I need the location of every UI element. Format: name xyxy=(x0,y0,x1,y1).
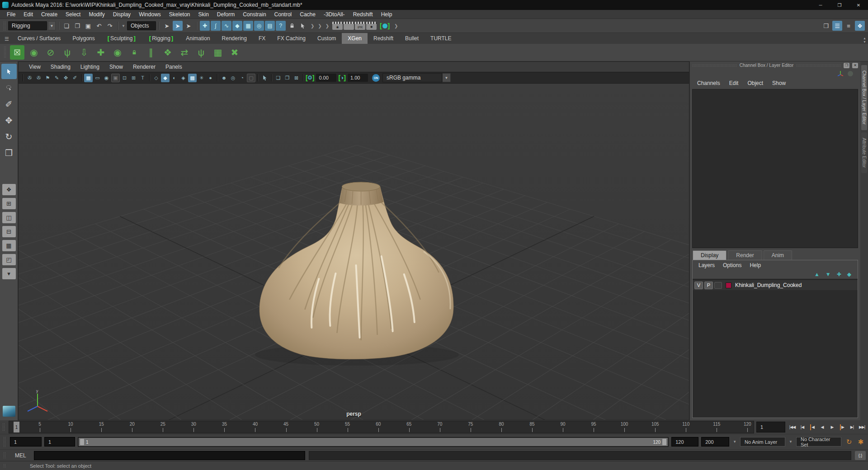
step-back-key-button[interactable]: ◀ xyxy=(807,422,817,432)
lasso-tool[interactable] xyxy=(1,80,17,95)
shadows-icon[interactable]: ● xyxy=(206,74,215,82)
layout-persp-graph-button[interactable]: ⊟ xyxy=(2,226,16,237)
isolate-select-icon[interactable]: ❏ xyxy=(274,74,283,82)
shelf-tab-fx-caching[interactable]: FX Caching xyxy=(271,33,311,44)
channel-box-menu-object[interactable]: Object xyxy=(743,80,768,86)
select-by-component-icon[interactable]: ➤ xyxy=(184,21,193,31)
minimize-button[interactable]: ─ xyxy=(811,0,830,10)
field-chart-icon[interactable]: ⊡ xyxy=(120,74,129,82)
shelf-tab-fx[interactable]: FX xyxy=(253,33,271,44)
xgen-export-patches-icon[interactable]: ⇩ xyxy=(77,45,91,60)
menu-display[interactable]: Display xyxy=(109,10,135,19)
highlight-selection-icon[interactable] xyxy=(298,21,308,31)
layer-playback-toggle[interactable]: P xyxy=(704,282,713,289)
menu-file[interactable]: File xyxy=(3,10,19,19)
shelf-tab-redshift[interactable]: Redshift xyxy=(368,33,399,44)
viewport-menu-show[interactable]: Show xyxy=(104,64,128,70)
animation-start-field[interactable]: 1 xyxy=(10,437,42,446)
grip-handle[interactable] xyxy=(3,21,6,30)
panel-close-button[interactable]: ✕ xyxy=(852,63,858,68)
collapse-arrow-icon[interactable]: ❯ xyxy=(324,24,331,28)
select-by-hierarchy-icon[interactable]: ➤ xyxy=(162,21,172,31)
use-default-material-icon[interactable]: ☻ xyxy=(220,74,228,82)
grip-handle[interactable] xyxy=(2,423,5,431)
step-forward-frame-button[interactable]: ▶| xyxy=(847,422,857,432)
layout-outliner-persp-button[interactable]: ◫ xyxy=(2,212,16,223)
redo-icon[interactable]: ↷ xyxy=(105,21,115,31)
layer-visibility-toggle[interactable]: V xyxy=(694,282,703,289)
snap-to-projected-center-icon[interactable]: ◆ xyxy=(232,21,242,31)
step-forward-key-button[interactable]: ▶ xyxy=(837,422,847,432)
shelf-scroll-up-button[interactable]: ▲ xyxy=(863,37,866,40)
render-settings-icon[interactable]: ✱ xyxy=(366,22,377,30)
channel-box-menu-edit[interactable]: Edit xyxy=(725,80,743,86)
grip-handle[interactable] xyxy=(3,452,6,459)
xray-icon[interactable]: ◎ xyxy=(229,74,237,82)
wireframe-on-shaded-icon[interactable]: ◈ xyxy=(179,74,188,82)
smooth-shade-icon[interactable]: ◆ xyxy=(161,74,170,82)
layout-single-pane-button[interactable]: ❖ xyxy=(2,184,16,195)
menu-edit[interactable]: Edit xyxy=(19,10,37,19)
camera-attributes-icon[interactable]: ✇ xyxy=(34,74,43,82)
auto-keyframe-toggle[interactable]: ↻ xyxy=(844,438,854,446)
selection-filter-dropdown[interactable]: Objects xyxy=(127,21,156,30)
channel-box-toggle[interactable]: ❖ xyxy=(855,21,865,31)
rotate-tool[interactable]: ↻ xyxy=(1,129,17,144)
panel-grip-dots[interactable] xyxy=(796,64,841,66)
playback-end-field[interactable]: 120 xyxy=(671,437,698,446)
menu-deform[interactable]: Deform xyxy=(213,10,239,19)
play-backwards-button[interactable]: ◀ xyxy=(817,422,827,432)
layer-name[interactable]: Khinkali_Dumpling_Cooked xyxy=(735,282,802,288)
xgen-guide-visibility-icon[interactable]: ◉ xyxy=(110,45,125,60)
xgen-clear-guides-icon[interactable]: ✖ xyxy=(227,45,242,60)
channel-box-menu-show[interactable]: Show xyxy=(768,80,790,86)
collapse-arrow-icon[interactable]: ❯ xyxy=(309,24,316,28)
make-live-icon[interactable]: ◎ xyxy=(254,21,264,31)
render-colorspace-icon[interactable]: [] xyxy=(378,21,392,31)
layer-menu-layers[interactable]: Layers xyxy=(694,262,719,268)
current-frame-field[interactable]: 1 xyxy=(756,422,785,432)
filter-dropdown-arrow[interactable]: ▼ xyxy=(121,24,126,28)
scale-tool[interactable]: ❒ xyxy=(1,145,17,160)
select-tool[interactable] xyxy=(1,64,17,79)
xgen-lock-guides-icon[interactable] xyxy=(127,45,142,60)
speed-state-icon[interactable] xyxy=(848,71,853,76)
layer-color-swatch[interactable] xyxy=(726,282,731,288)
modeling-toolkit-icon[interactable]: ❒ xyxy=(821,21,831,31)
layer-list[interactable]: V P Khinkali_Dumpling_Cooked xyxy=(693,279,858,418)
animation-preferences-icon[interactable]: ✱ xyxy=(856,438,866,446)
viewport-select-icon[interactable] xyxy=(260,74,269,82)
menu-control[interactable]: Control xyxy=(270,10,296,19)
playback-start-field[interactable]: 1 xyxy=(44,437,75,446)
menu-help[interactable]: Help xyxy=(377,10,396,19)
paint-select-tool[interactable]: ✐ xyxy=(1,96,17,112)
grip-handle[interactable] xyxy=(3,464,6,468)
collapse-arrow-icon[interactable]: ❯ xyxy=(392,24,400,28)
wireframe-icon[interactable]: ◇ xyxy=(152,74,160,82)
gamma-field[interactable]: 1.00 xyxy=(348,74,368,82)
anim-layer-dropdown[interactable]: No Anim Layer xyxy=(740,437,785,446)
xgen-comb-guides-icon[interactable]: ∥ xyxy=(144,45,158,60)
channel-list-area[interactable] xyxy=(692,89,858,248)
menu-create[interactable]: Create xyxy=(37,10,61,19)
shelf-tab-polygons[interactable]: Polygons xyxy=(66,33,100,44)
layer-menu-help[interactable]: Help xyxy=(745,262,765,268)
shelf-tab-rigging[interactable]: [Rigging] xyxy=(142,33,180,44)
layer-tab-anim[interactable]: Anim xyxy=(764,250,792,260)
play-forwards-button[interactable]: ▶ xyxy=(827,422,837,432)
textured-icon[interactable]: ▩ xyxy=(188,74,197,82)
isolate-add-icon[interactable]: ❐ xyxy=(283,74,292,82)
layer-menu-options[interactable]: Options xyxy=(719,262,745,268)
viewport-menu-shading[interactable]: Shading xyxy=(46,64,75,70)
xgen-update-preview-icon[interactable]: ◉ xyxy=(27,45,41,60)
isolate-remove-icon[interactable]: ⊠ xyxy=(292,74,301,82)
maximize-button[interactable]: ❐ xyxy=(830,0,849,10)
viewport-menu-view[interactable]: View xyxy=(24,64,46,70)
gamma-icon[interactable]: [◑] xyxy=(338,74,346,81)
shelf-tab-bullet[interactable]: Bullet xyxy=(399,33,425,44)
render-current-frame-icon[interactable] xyxy=(344,22,354,30)
translucency-icon[interactable]: ▢ xyxy=(247,74,255,82)
lights-icon[interactable]: ✳ xyxy=(197,74,206,82)
xgen-flip-guides-icon[interactable]: ⇄ xyxy=(177,45,192,60)
image-plane-icon[interactable]: ✎ xyxy=(52,74,61,82)
